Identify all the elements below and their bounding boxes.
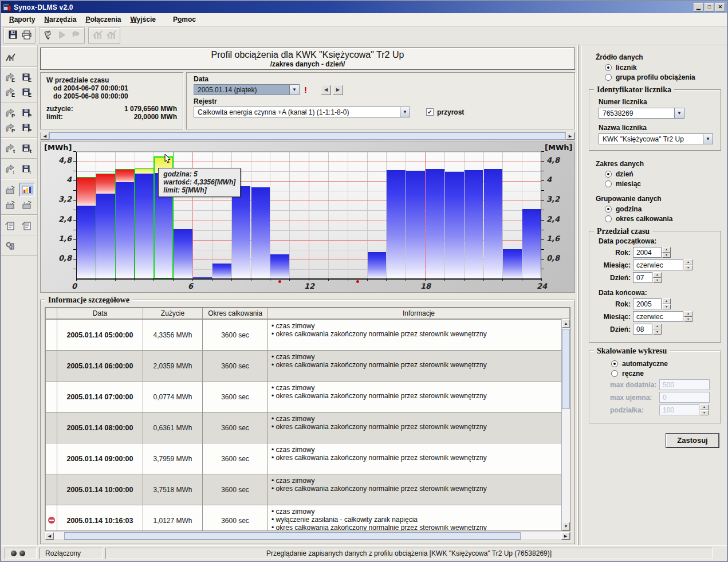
- table-row[interactable]: 2005.01.14 10:16:031,0127 MWh3600 sec• c…: [46, 505, 570, 531]
- spin-down-icon[interactable]: ▾: [684, 317, 692, 323]
- maximize-button[interactable]: □: [705, 3, 714, 11]
- read-time-icon[interactable]: t: [3, 142, 18, 155]
- start-month-spinner[interactable]: ▴▾: [684, 260, 692, 270]
- source-option-grupa-profilu-obciążenia[interactable]: grupa profilu obciążenia: [605, 73, 722, 81]
- chart-horizontal-scrollbar[interactable]: ◀ ▶: [40, 132, 575, 140]
- save-time-icon[interactable]: t: [19, 142, 35, 155]
- start-day-spinner[interactable]: ▴▾: [653, 272, 662, 283]
- chart-bar-hour-6[interactable]: [174, 229, 192, 279]
- scroll-down-icon[interactable]: ▼: [562, 522, 570, 530]
- chart-bar-hour-23[interactable]: [503, 249, 522, 279]
- save-energy-archive-icon[interactable]: E: [19, 85, 35, 99]
- chart-bar-hour-20[interactable]: [445, 172, 464, 279]
- spin-down-icon[interactable]: ▾: [662, 253, 671, 258]
- table-row[interactable]: 2005.01.14 06:00:002,0359 MWh3600 sec• c…: [46, 351, 570, 382]
- apply-button[interactable]: Zastosuj: [666, 434, 719, 447]
- spin-down-icon[interactable]: ▾: [662, 304, 671, 310]
- meter-import-icon[interactable]: [3, 198, 18, 211]
- load-profile-chart-icon[interactable]: [3, 50, 18, 64]
- chart-bar-hour-11[interactable]: [270, 254, 289, 279]
- chart-bar-hour-10[interactable]: [251, 187, 270, 279]
- print-button[interactable]: [19, 29, 33, 42]
- column-header[interactable]: Data: [57, 308, 143, 319]
- save-log-icon[interactable]: [19, 218, 35, 232]
- table-row[interactable]: 2005.01.14 08:00:000,6361 MWh3600 sec• c…: [46, 412, 570, 443]
- spin-down-icon[interactable]: ▾: [684, 265, 692, 271]
- load-profile-chart[interactable]: godzina: 5wartość: 4,3356[MWh]limit: 5[M…: [40, 142, 575, 293]
- chevron-down-icon[interactable]: ▼: [703, 134, 713, 144]
- chart-bar-hour-17[interactable]: [387, 170, 406, 279]
- menu-item-wyjście[interactable]: Wyjście: [125, 14, 160, 25]
- date-combobox[interactable]: 2005.01.14 (piątek) ▼: [194, 84, 300, 95]
- export-report-button[interactable]: [41, 29, 55, 42]
- column-header[interactable]: Informacje: [268, 308, 570, 319]
- save-energy-icon[interactable]: E: [19, 70, 35, 84]
- spin-up-icon[interactable]: ▴: [653, 272, 662, 278]
- end-year-field[interactable]: 2005: [633, 298, 662, 309]
- scroll-right-icon[interactable]: ▶: [561, 532, 570, 540]
- close-button[interactable]: ✕: [715, 3, 725, 11]
- read-energy-icon[interactable]: E: [3, 70, 18, 84]
- scaling-field-value[interactable]: 0: [659, 392, 710, 403]
- chart-bar-hour-24[interactable]: [522, 209, 541, 279]
- end-day-field[interactable]: 08: [633, 324, 652, 335]
- next-day-button[interactable]: ▶: [333, 85, 343, 95]
- read-power-archive-icon[interactable]: P: [3, 121, 18, 135]
- details-table-body[interactable]: 2005.01.14 05:00:004,3356 MWh3600 sec• c…: [45, 319, 570, 530]
- source-option-licznik[interactable]: licznik: [605, 64, 722, 72]
- save-power-archive-icon[interactable]: P: [19, 121, 35, 135]
- service-tools-icon[interactable]: [3, 239, 18, 253]
- spin-up-icon[interactable]: ▴: [700, 404, 709, 410]
- chart-plot-area[interactable]: godzina: 5wartość: 4,3356[MWh]limit: 5[M…: [76, 151, 541, 278]
- table-row[interactable]: 2005.01.14 10:00:003,7518 MWh3600 sec• c…: [46, 474, 570, 505]
- minimize-button[interactable]: ▁: [694, 3, 703, 11]
- menu-item-raporty[interactable]: Raporty: [5, 14, 40, 25]
- scaling-field-value[interactable]: 100: [659, 404, 699, 415]
- column-header[interactable]: Zużycie: [143, 308, 203, 319]
- range-option-miesiąc[interactable]: miesiąc: [605, 180, 722, 188]
- start-year-field[interactable]: 2004: [633, 247, 662, 258]
- increment-checkbox[interactable]: ✔: [426, 108, 434, 116]
- start-day-field[interactable]: 07: [633, 272, 652, 283]
- table-row[interactable]: 2005.01.14 05:00:004,3356 MWh3600 sec• c…: [46, 320, 570, 351]
- meter-import-file-icon[interactable]: [19, 198, 35, 211]
- scroll-left-icon[interactable]: ◀: [41, 132, 49, 140]
- table-row[interactable]: 2005.01.14 07:00:000,0774 MWh3600 sec• c…: [46, 382, 570, 412]
- menu-item-połączenia[interactable]: Połączenia: [81, 14, 125, 25]
- chart-bar-hour-22[interactable]: [484, 169, 503, 279]
- read-log-icon[interactable]: [3, 218, 18, 232]
- scaling-option-ręczne[interactable]: ręczne: [611, 370, 716, 378]
- end-month-spinner[interactable]: ▴▾: [684, 311, 692, 322]
- chart-bar-hour-16[interactable]: [368, 252, 387, 279]
- scroll-up-icon[interactable]: ▲: [562, 319, 570, 328]
- spin-up-icon[interactable]: ▴: [662, 247, 671, 253]
- table-row[interactable]: 2005.01.14 09:00:003,7959 MWh3600 sec• c…: [46, 443, 570, 474]
- scroll-left-icon[interactable]: ◀: [45, 532, 54, 540]
- grouping-option-okres-całkowania[interactable]: okres całkowania: [605, 215, 722, 223]
- table-horizontal-scrollbar[interactable]: ◀ ▶: [45, 532, 570, 540]
- end-month-field[interactable]: czerwiec: [633, 311, 683, 322]
- read-meter-profile-icon[interactable]: [3, 183, 18, 196]
- spin-down-icon[interactable]: ▾: [700, 410, 709, 416]
- save-power-icon[interactable]: P: [19, 106, 35, 120]
- start-year-spinner[interactable]: ▴▾: [662, 247, 671, 258]
- scaling-field-spinner[interactable]: ▴▾: [700, 404, 709, 415]
- spin-up-icon[interactable]: ▴: [653, 324, 662, 329]
- spin-up-icon[interactable]: ▴: [662, 298, 671, 304]
- spin-up-icon[interactable]: ▴: [684, 260, 692, 265]
- save-sync-icon[interactable]: ↕: [19, 162, 35, 176]
- spin-down-icon[interactable]: ▾: [653, 329, 662, 335]
- scaling-option-automatyczne[interactable]: automatyczne: [611, 360, 716, 368]
- chart-bar-hour-9[interactable]: [232, 186, 251, 279]
- chevron-down-icon[interactable]: ▼: [289, 85, 299, 95]
- view-load-profile-icon[interactable]: [19, 183, 35, 196]
- chart-bar-hour-19[interactable]: [426, 169, 444, 279]
- chart-bar-hour-18[interactable]: [406, 171, 425, 279]
- menu-item-narzędzia[interactable]: Narzędzia: [40, 14, 81, 25]
- menu-item-pomoc[interactable]: Pomoc: [168, 14, 200, 25]
- column-header[interactable]: [46, 308, 57, 319]
- start-month-field[interactable]: czerwiec: [633, 260, 683, 270]
- end-day-spinner[interactable]: ▴▾: [653, 324, 662, 335]
- table-vertical-scrollbar[interactable]: ▲ ▼: [561, 319, 570, 530]
- read-power-icon[interactable]: P: [3, 106, 18, 120]
